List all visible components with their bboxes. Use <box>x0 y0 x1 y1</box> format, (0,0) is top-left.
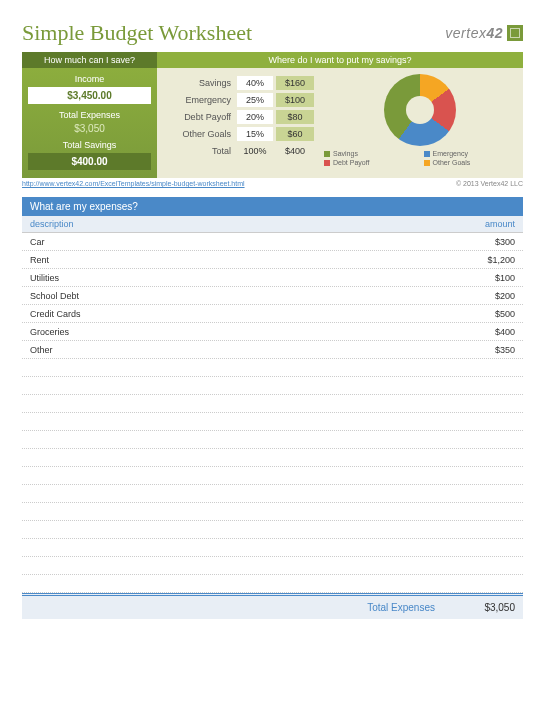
expense-row-blank[interactable] <box>22 557 523 575</box>
expense-row-blank[interactable] <box>22 377 523 395</box>
expenses-header: What are my expenses? <box>22 197 523 216</box>
allocation-label: Debt Payoff <box>165 112 237 122</box>
expense-row[interactable]: Other$350 <box>22 341 523 359</box>
legend-label: Emergency <box>433 150 468 157</box>
expense-row[interactable]: School Debt$200 <box>22 287 523 305</box>
summary-panel: How much can I save? Income $3,450.00 To… <box>22 52 523 178</box>
allocation-row: Debt Payoff20%$80 <box>165 108 314 125</box>
logo-icon <box>507 25 523 41</box>
expense-amt: $350 <box>455 345 515 355</box>
allocation-total-pct: 100% <box>237 144 273 158</box>
allocation-pct[interactable]: 15% <box>237 127 273 141</box>
chart-area: SavingsEmergencyDebt PayoffOther Goals <box>324 74 515 166</box>
expense-desc: Rent <box>30 255 455 265</box>
allocation-panel-header: Where do I want to put my savings? <box>157 52 523 68</box>
legend-swatch <box>324 160 330 166</box>
allocation-label: Emergency <box>165 95 237 105</box>
copyright: © 2013 Vertex42 LLC <box>456 180 523 187</box>
expense-row[interactable]: Utilities$100 <box>22 269 523 287</box>
expense-row-blank[interactable] <box>22 431 523 449</box>
header: Simple Budget Worksheet vertex42 <box>22 20 523 46</box>
allocation-amt: $60 <box>276 127 314 141</box>
expense-row-blank[interactable] <box>22 503 523 521</box>
legend-label: Debt Payoff <box>333 159 369 166</box>
expense-row[interactable]: Rent$1,200 <box>22 251 523 269</box>
legend-swatch <box>424 151 430 157</box>
expenses-total-label: Total Expenses <box>30 602 455 613</box>
allocation-total-row: Total100%$400 <box>165 142 314 159</box>
page-title: Simple Budget Worksheet <box>22 20 252 46</box>
expense-desc: School Debt <box>30 291 455 301</box>
allocation-row: Savings40%$160 <box>165 74 314 91</box>
expense-desc: Utilities <box>30 273 455 283</box>
expense-row-blank[interactable] <box>22 575 523 593</box>
allocation-row: Other Goals15%$60 <box>165 125 314 142</box>
legend-label: Other Goals <box>433 159 471 166</box>
donut-chart <box>384 74 456 146</box>
allocation-pct[interactable]: 40% <box>237 76 273 90</box>
allocation-row: Emergency25%$100 <box>165 91 314 108</box>
allocation-total-amt: $400 <box>276 144 314 158</box>
expense-row-blank[interactable] <box>22 413 523 431</box>
legend-item: Other Goals <box>424 159 516 166</box>
logo: vertex42 <box>445 25 523 41</box>
expense-desc: Groceries <box>30 327 455 337</box>
logo-text: vertex42 <box>445 25 503 41</box>
total-savings-value: $400.00 <box>28 153 151 170</box>
allocation-table: Savings40%$160Emergency25%$100Debt Payof… <box>165 74 314 166</box>
allocation-label: Other Goals <box>165 129 237 139</box>
income-value[interactable]: $3,450.00 <box>28 87 151 104</box>
allocation-label: Savings <box>165 78 237 88</box>
legend-swatch <box>324 151 330 157</box>
expense-amt: $300 <box>455 237 515 247</box>
expense-row-blank[interactable] <box>22 485 523 503</box>
legend-item: Debt Payoff <box>324 159 416 166</box>
expense-row-blank[interactable] <box>22 359 523 377</box>
expense-row-blank[interactable] <box>22 467 523 485</box>
expense-list: Car$300Rent$1,200Utilities$100School Deb… <box>22 233 523 593</box>
legend-swatch <box>424 160 430 166</box>
allocation-pct[interactable]: 25% <box>237 93 273 107</box>
income-label: Income <box>28 74 151 84</box>
expenses-total-row: Total Expenses $3,050 <box>22 593 523 619</box>
chart-legend: SavingsEmergencyDebt PayoffOther Goals <box>324 150 515 166</box>
savings-panel-header: How much can I save? <box>22 52 157 68</box>
expenses-columns: description amount <box>22 216 523 233</box>
expense-desc: Other <box>30 345 455 355</box>
expense-row-blank[interactable] <box>22 395 523 413</box>
legend-item: Emergency <box>424 150 516 157</box>
expense-desc: Credit Cards <box>30 309 455 319</box>
expense-row[interactable]: Credit Cards$500 <box>22 305 523 323</box>
legend-label: Savings <box>333 150 358 157</box>
total-savings-label: Total Savings <box>28 140 151 150</box>
allocation-pct[interactable]: 20% <box>237 110 273 124</box>
expense-row-blank[interactable] <box>22 521 523 539</box>
source-link[interactable]: http://www.vertex42.com/ExcelTemplates/s… <box>22 180 245 187</box>
expenses-total-value: $3,050 <box>455 602 515 613</box>
allocation-amt: $80 <box>276 110 314 124</box>
col-description: description <box>30 219 455 229</box>
expense-row[interactable]: Groceries$400 <box>22 323 523 341</box>
expense-desc: Car <box>30 237 455 247</box>
col-amount: amount <box>455 219 515 229</box>
allocation-total-label: Total <box>165 146 237 156</box>
expense-row[interactable]: Car$300 <box>22 233 523 251</box>
expense-amt: $200 <box>455 291 515 301</box>
expenses-section: What are my expenses? description amount… <box>22 197 523 619</box>
total-expenses-label: Total Expenses <box>28 110 151 120</box>
savings-panel: How much can I save? Income $3,450.00 To… <box>22 52 157 178</box>
legend-item: Savings <box>324 150 416 157</box>
source-row: http://www.vertex42.com/ExcelTemplates/s… <box>22 180 523 187</box>
expense-row-blank[interactable] <box>22 539 523 557</box>
total-expenses-value: $3,050 <box>28 123 151 134</box>
allocation-amt: $100 <box>276 93 314 107</box>
expense-amt: $100 <box>455 273 515 283</box>
allocation-amt: $160 <box>276 76 314 90</box>
expense-amt: $500 <box>455 309 515 319</box>
expense-amt: $400 <box>455 327 515 337</box>
expense-amt: $1,200 <box>455 255 515 265</box>
allocation-panel: Where do I want to put my savings? Savin… <box>157 52 523 178</box>
expense-row-blank[interactable] <box>22 449 523 467</box>
